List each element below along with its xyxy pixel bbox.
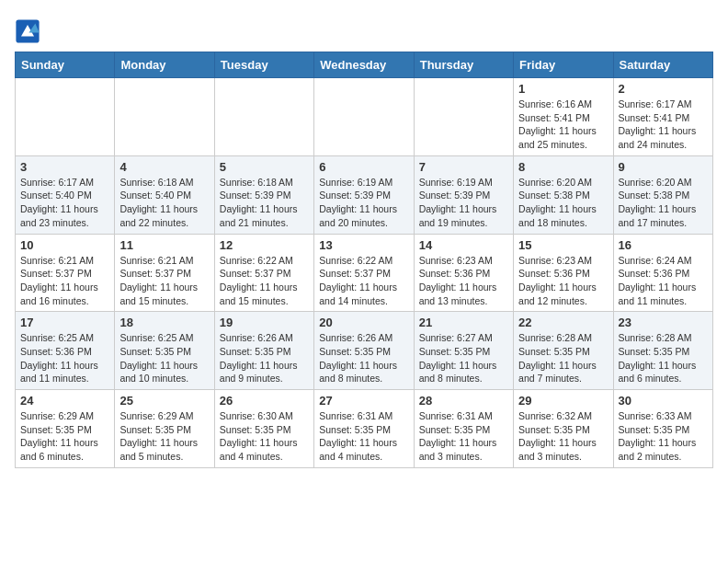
calendar-week-row: 17Sunrise: 6:25 AM Sunset: 5:36 PM Dayli… <box>16 312 713 390</box>
calendar-cell: 6Sunrise: 6:19 AM Sunset: 5:39 PM Daylig… <box>314 155 414 234</box>
calendar-cell: 15Sunrise: 6:23 AM Sunset: 5:36 PM Dayli… <box>514 234 613 312</box>
day-info: Sunrise: 6:32 AM Sunset: 5:35 PM Dayligh… <box>518 409 608 464</box>
day-number: 16 <box>619 238 708 252</box>
calendar-cell: 29Sunrise: 6:32 AM Sunset: 5:35 PM Dayli… <box>514 390 613 468</box>
day-info: Sunrise: 6:31 AM Sunset: 5:35 PM Dayligh… <box>319 409 408 464</box>
day-info: Sunrise: 6:31 AM Sunset: 5:35 PM Dayligh… <box>419 409 508 464</box>
calendar-cell: 8Sunrise: 6:20 AM Sunset: 5:38 PM Daylig… <box>514 155 613 234</box>
day-number: 23 <box>619 316 708 329</box>
day-number: 4 <box>119 160 209 174</box>
day-info: Sunrise: 6:29 AM Sunset: 5:35 PM Dayligh… <box>119 409 209 464</box>
day-info: Sunrise: 6:17 AM Sunset: 5:41 PM Dayligh… <box>619 98 708 152</box>
calendar-cell: 27Sunrise: 6:31 AM Sunset: 5:35 PM Dayli… <box>314 390 414 468</box>
weekday-header-thursday: Thursday <box>414 52 513 78</box>
calendar-week-row: 10Sunrise: 6:21 AM Sunset: 5:37 PM Dayli… <box>16 234 713 312</box>
day-number: 22 <box>518 316 608 329</box>
calendar-cell: 17Sunrise: 6:25 AM Sunset: 5:36 PM Dayli… <box>16 312 115 390</box>
calendar-cell: 16Sunrise: 6:24 AM Sunset: 5:36 PM Dayli… <box>613 234 712 312</box>
weekday-header-row: SundayMondayTuesdayWednesdayThursdayFrid… <box>16 52 713 78</box>
day-info: Sunrise: 6:19 AM Sunset: 5:39 PM Dayligh… <box>319 176 408 230</box>
calendar-cell: 13Sunrise: 6:22 AM Sunset: 5:37 PM Dayli… <box>314 234 414 312</box>
day-info: Sunrise: 6:18 AM Sunset: 5:39 PM Dayligh… <box>220 176 309 230</box>
day-number: 17 <box>20 316 109 329</box>
day-info: Sunrise: 6:23 AM Sunset: 5:36 PM Dayligh… <box>518 254 608 308</box>
logo <box>15 18 42 44</box>
day-info: Sunrise: 6:28 AM Sunset: 5:35 PM Dayligh… <box>619 331 708 385</box>
day-number: 5 <box>220 160 309 174</box>
day-number: 8 <box>518 160 608 174</box>
day-number: 1 <box>518 82 608 96</box>
day-number: 10 <box>20 238 109 252</box>
calendar-cell: 24Sunrise: 6:29 AM Sunset: 5:35 PM Dayli… <box>16 390 115 468</box>
day-number: 25 <box>119 394 209 408</box>
day-number: 3 <box>20 160 109 174</box>
calendar-cell: 2Sunrise: 6:17 AM Sunset: 5:41 PM Daylig… <box>613 78 712 156</box>
calendar-week-row: 24Sunrise: 6:29 AM Sunset: 5:35 PM Dayli… <box>16 390 713 468</box>
day-info: Sunrise: 6:22 AM Sunset: 5:37 PM Dayligh… <box>220 254 309 308</box>
calendar-cell: 9Sunrise: 6:20 AM Sunset: 5:38 PM Daylig… <box>613 155 712 234</box>
calendar-cell: 21Sunrise: 6:27 AM Sunset: 5:35 PM Dayli… <box>414 312 513 390</box>
weekday-header-saturday: Saturday <box>613 52 712 78</box>
logo-icon <box>15 18 40 44</box>
day-number: 30 <box>619 394 708 408</box>
calendar-week-row: 1Sunrise: 6:16 AM Sunset: 5:41 PM Daylig… <box>16 78 713 156</box>
calendar-cell: 30Sunrise: 6:33 AM Sunset: 5:35 PM Dayli… <box>613 390 712 468</box>
day-number: 15 <box>518 238 608 252</box>
day-info: Sunrise: 6:21 AM Sunset: 5:37 PM Dayligh… <box>119 254 209 308</box>
calendar-cell <box>115 78 214 156</box>
day-info: Sunrise: 6:16 AM Sunset: 5:41 PM Dayligh… <box>518 98 608 152</box>
day-info: Sunrise: 6:18 AM Sunset: 5:40 PM Dayligh… <box>119 176 209 230</box>
day-info: Sunrise: 6:27 AM Sunset: 5:35 PM Dayligh… <box>419 331 508 385</box>
day-number: 12 <box>220 238 309 252</box>
day-number: 19 <box>220 316 309 329</box>
day-number: 6 <box>319 160 408 174</box>
calendar-cell: 4Sunrise: 6:18 AM Sunset: 5:40 PM Daylig… <box>115 155 214 234</box>
day-number: 2 <box>619 82 708 96</box>
day-info: Sunrise: 6:25 AM Sunset: 5:35 PM Dayligh… <box>119 331 209 385</box>
calendar-cell: 18Sunrise: 6:25 AM Sunset: 5:35 PM Dayli… <box>115 312 214 390</box>
page-header <box>15 15 713 44</box>
day-info: Sunrise: 6:33 AM Sunset: 5:35 PM Dayligh… <box>619 409 708 464</box>
calendar-cell: 11Sunrise: 6:21 AM Sunset: 5:37 PM Dayli… <box>115 234 214 312</box>
day-number: 24 <box>20 394 109 408</box>
day-info: Sunrise: 6:29 AM Sunset: 5:35 PM Dayligh… <box>20 409 109 464</box>
weekday-header-wednesday: Wednesday <box>314 52 414 78</box>
calendar-table: SundayMondayTuesdayWednesdayThursdayFrid… <box>15 52 713 468</box>
day-info: Sunrise: 6:26 AM Sunset: 5:35 PM Dayligh… <box>220 331 309 385</box>
calendar-cell: 25Sunrise: 6:29 AM Sunset: 5:35 PM Dayli… <box>115 390 214 468</box>
day-number: 27 <box>319 394 408 408</box>
day-number: 9 <box>619 160 708 174</box>
day-number: 13 <box>319 238 408 252</box>
day-info: Sunrise: 6:17 AM Sunset: 5:40 PM Dayligh… <box>20 176 109 230</box>
weekday-header-tuesday: Tuesday <box>214 52 313 78</box>
day-info: Sunrise: 6:23 AM Sunset: 5:36 PM Dayligh… <box>419 254 508 308</box>
day-number: 29 <box>518 394 608 408</box>
calendar-cell: 28Sunrise: 6:31 AM Sunset: 5:35 PM Dayli… <box>414 390 513 468</box>
calendar-cell: 7Sunrise: 6:19 AM Sunset: 5:39 PM Daylig… <box>414 155 513 234</box>
calendar-cell: 19Sunrise: 6:26 AM Sunset: 5:35 PM Dayli… <box>214 312 313 390</box>
day-info: Sunrise: 6:22 AM Sunset: 5:37 PM Dayligh… <box>319 254 408 308</box>
weekday-header-monday: Monday <box>115 52 214 78</box>
calendar-cell: 14Sunrise: 6:23 AM Sunset: 5:36 PM Dayli… <box>414 234 513 312</box>
day-number: 18 <box>119 316 209 329</box>
day-info: Sunrise: 6:21 AM Sunset: 5:37 PM Dayligh… <box>20 254 109 308</box>
calendar-cell <box>314 78 414 156</box>
day-info: Sunrise: 6:25 AM Sunset: 5:36 PM Dayligh… <box>20 331 109 385</box>
day-number: 7 <box>419 160 508 174</box>
day-info: Sunrise: 6:28 AM Sunset: 5:35 PM Dayligh… <box>518 331 608 385</box>
day-number: 14 <box>419 238 508 252</box>
calendar-cell: 22Sunrise: 6:28 AM Sunset: 5:35 PM Dayli… <box>514 312 613 390</box>
calendar-cell: 23Sunrise: 6:28 AM Sunset: 5:35 PM Dayli… <box>613 312 712 390</box>
calendar-cell: 12Sunrise: 6:22 AM Sunset: 5:37 PM Dayli… <box>214 234 313 312</box>
calendar-cell: 10Sunrise: 6:21 AM Sunset: 5:37 PM Dayli… <box>16 234 115 312</box>
day-info: Sunrise: 6:24 AM Sunset: 5:36 PM Dayligh… <box>619 254 708 308</box>
calendar-cell <box>214 78 313 156</box>
calendar-week-row: 3Sunrise: 6:17 AM Sunset: 5:40 PM Daylig… <box>16 155 713 234</box>
weekday-header-sunday: Sunday <box>16 52 115 78</box>
calendar-cell: 26Sunrise: 6:30 AM Sunset: 5:35 PM Dayli… <box>214 390 313 468</box>
calendar-cell: 5Sunrise: 6:18 AM Sunset: 5:39 PM Daylig… <box>214 155 313 234</box>
day-info: Sunrise: 6:30 AM Sunset: 5:35 PM Dayligh… <box>220 409 309 464</box>
day-number: 11 <box>119 238 209 252</box>
day-number: 28 <box>419 394 508 408</box>
calendar-cell: 20Sunrise: 6:26 AM Sunset: 5:35 PM Dayli… <box>314 312 414 390</box>
